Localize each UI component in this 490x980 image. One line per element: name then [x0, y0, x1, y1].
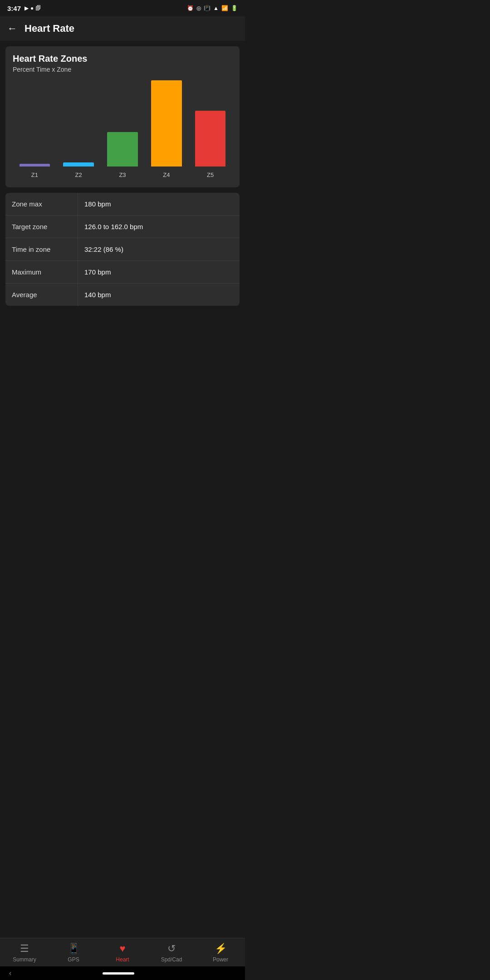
- stats-row: Target zone126.0 to 162.0 bpm: [5, 216, 240, 238]
- stats-value: 140 bpm: [78, 284, 240, 306]
- stats-row: Time in zone32:22 (86 %): [5, 238, 240, 261]
- bar-label-z2: Z2: [75, 172, 82, 178]
- stats-row: Maximum170 bpm: [5, 261, 240, 284]
- stats-row: Zone max180 bpm: [5, 193, 240, 216]
- bar-z1: [20, 164, 50, 167]
- status-right: ⏰ ◎ 📳 ▲ 📶 🔋: [187, 5, 238, 11]
- header: ← Heart Rate: [0, 16, 245, 41]
- signal-icon: 📶: [221, 5, 228, 11]
- status-time: 3:47: [7, 5, 21, 12]
- stats-row: Average140 bpm: [5, 284, 240, 306]
- clipboard-icon: 🗐: [35, 5, 41, 11]
- stats-value: 126.0 to 162.0 bpm: [78, 216, 240, 238]
- chart-subtitle: Percent Time x Zone: [13, 66, 232, 73]
- stats-label: Average: [5, 284, 78, 306]
- wifi-icon: ▲: [213, 5, 219, 11]
- stats-value: 180 bpm: [78, 193, 240, 215]
- bar-label-z1: Z1: [31, 172, 38, 178]
- stats-label: Time in zone: [5, 238, 78, 260]
- status-bar: 3:47 ▶ ● 🗐 ⏰ ◎ 📳 ▲ 📶 🔋: [0, 0, 245, 16]
- stats-table: Zone max180 bpmTarget zone126.0 to 162.0…: [5, 193, 240, 306]
- bar-label-z5: Z5: [207, 172, 214, 178]
- circle-icon: ●: [30, 5, 34, 11]
- stats-label: Zone max: [5, 193, 78, 215]
- back-button[interactable]: ←: [7, 23, 17, 34]
- status-left: 3:47 ▶ ● 🗐: [7, 5, 41, 12]
- vibrate-icon: 📳: [204, 5, 211, 11]
- data-icon: ◎: [196, 5, 201, 11]
- bar-group-z3: Z3: [101, 80, 145, 167]
- bar-label-z4: Z4: [163, 172, 170, 178]
- bar-group-z2: Z2: [57, 80, 101, 167]
- bar-group-z4: Z4: [144, 80, 188, 167]
- bar-label-z3: Z3: [119, 172, 126, 178]
- bar-z5: [195, 111, 226, 167]
- battery-icon: 🔋: [231, 5, 238, 11]
- page-title: Heart Rate: [24, 23, 74, 34]
- stats-label: Target zone: [5, 216, 78, 238]
- stats-label: Maximum: [5, 261, 78, 283]
- stats-value: 32:22 (86 %): [78, 238, 240, 260]
- stats-value: 170 bpm: [78, 261, 240, 283]
- alarm-icon: ⏰: [187, 5, 194, 11]
- bar-z4: [151, 80, 182, 167]
- bar-z2: [63, 162, 94, 167]
- main-content: Heart Rate Zones Percent Time x Zone Z1Z…: [0, 41, 245, 371]
- bar-chart: Z1Z2Z3Z4Z5: [13, 80, 232, 180]
- play-icon: ▶: [24, 5, 29, 11]
- bar-z3: [107, 132, 138, 167]
- bar-group-z5: Z5: [188, 80, 232, 167]
- chart-title: Heart Rate Zones: [13, 54, 232, 64]
- status-icons: ▶ ● 🗐: [24, 5, 41, 11]
- bar-group-z1: Z1: [13, 80, 57, 167]
- chart-card: Heart Rate Zones Percent Time x Zone Z1Z…: [5, 46, 240, 187]
